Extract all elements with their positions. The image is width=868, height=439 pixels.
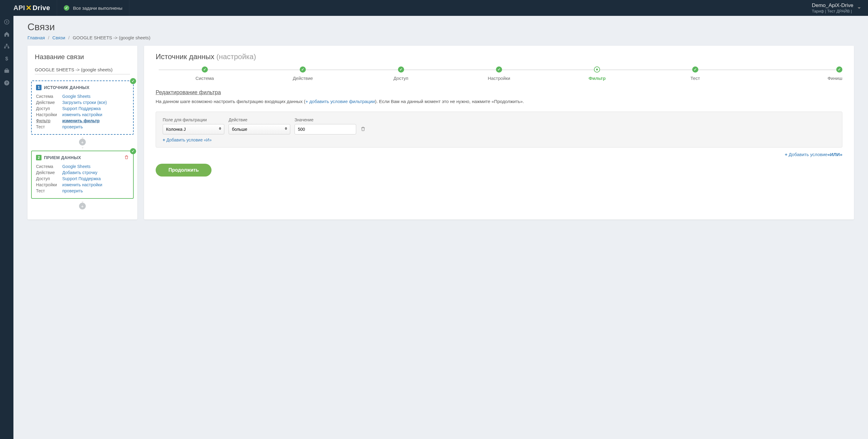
sidebar-item-briefcase[interactable] [0,65,13,77]
add-filter-inline-link[interactable]: + добавить условие фильтрации [306,99,375,104]
filter-field-label: Поле для фильтрации [163,117,224,122]
svg-text:$: $ [5,56,8,62]
tasks-status-text: Все задачи выполнены [73,5,122,11]
main-settings-card: Источник данных (настройка) Система Дейс… [144,46,854,220]
dest-test-link[interactable]: проверить [62,189,83,193]
source-block-title: ИСТОЧНИК ДАННЫХ [44,85,89,90]
chevron-down-icon: ⌄ [81,146,84,148]
source-block: 1 ИСТОЧНИК ДАННЫХ СистемаGoogle Sheets Д… [31,80,134,135]
step-number-1: 1 [36,85,41,90]
destination-block-title: ПРИЕМ ДАННЫХ [44,155,81,160]
filter-description: На данном шаге возможно настроить фильтр… [156,98,842,105]
chevron-down-icon: ⌄ [81,136,84,138]
connector: ⌄ + [28,200,137,210]
delete-destination-button[interactable] [124,155,129,160]
chevron-down-icon [858,7,861,9]
logo[interactable]: API✕Drive [0,4,57,12]
svg-rect-3 [8,47,9,48]
svg-text:?: ? [5,81,8,85]
add-step-button[interactable]: + [79,139,86,145]
sidebar-item-connections[interactable] [0,40,13,53]
sidebar-item-help[interactable]: ? [0,77,13,89]
sidebar-item-home[interactable] [0,28,13,40]
step-circle-current [594,66,600,73]
step-circle-done [398,66,404,73]
user-menu[interactable]: Demo_ApiX-Drive Тариф | Тест ДРАЙВ | [812,2,868,13]
source-system-link[interactable]: Google Sheets [62,94,91,99]
step-circle-done [202,66,208,73]
progress-stepper: Система Действие Доступ Настройки Фильтр… [156,66,842,81]
sidebar-item-expand[interactable] [0,16,13,28]
filter-value-label: Значение [294,117,356,122]
step-circle-done [496,66,502,73]
svg-rect-5 [5,70,9,73]
destination-block: 2 ПРИЕМ ДАННЫХ СистемаGoogle Sheets Дейс… [31,150,134,199]
sidebar: $ ? [0,16,13,225]
check-icon [64,5,69,11]
add-or-condition-button[interactable]: +Добавить условие «ИЛИ» [785,152,842,157]
continue-button[interactable]: Продолжить [156,164,212,176]
check-icon [130,148,136,154]
filter-value-input[interactable] [294,124,356,134]
delete-filter-button[interactable] [361,126,366,134]
dest-action-link[interactable]: Добавить строчку [62,170,97,175]
source-test-link[interactable]: проверить [62,124,83,129]
user-tariff: Тариф | Тест ДРАЙВ | [812,9,854,13]
chevron-down-icon: ⌄ [81,200,84,202]
svg-rect-1 [6,44,8,45]
source-access-link[interactable]: Support Поддержка [62,106,101,111]
filter-field-select[interactable]: Колонка J [163,124,224,134]
svg-point-0 [5,20,9,24]
connection-summary-card: Название связи 1 ИСТОЧНИК ДАННЫХ Система… [28,46,137,220]
add-and-condition-button[interactable]: +Добавить условие «И» [163,137,212,142]
filter-action-select[interactable]: больше [228,124,290,134]
dest-settings-link[interactable]: изменить настройки [62,182,102,187]
step-number-2: 2 [36,155,41,160]
main-title: Источник данных (настройка) [156,53,842,61]
svg-rect-2 [4,47,6,48]
dest-system-link[interactable]: Google Sheets [62,164,91,169]
top-header: API✕Drive Все задачи выполнены Demo_ApiX… [0,0,868,16]
step-circle-done [836,66,842,73]
connection-name-label: Название связи [28,53,137,61]
connection-name-input[interactable] [35,65,130,74]
add-step-button[interactable]: + [79,203,86,209]
source-action-link[interactable]: Загрузить строки (все) [62,100,107,105]
step-circle-done [300,66,306,73]
tasks-status: Все задачи выполнены [57,0,129,16]
filter-heading: Редактирование фильтра [156,89,842,96]
breadcrumb-links[interactable]: Связи [53,35,65,40]
step-circle-done [692,66,698,73]
check-icon [130,78,136,84]
filter-action-label: Действие [228,117,290,122]
user-name: Demo_ApiX-Drive [812,2,854,8]
page-title: Связи [28,21,854,33]
source-filter-link[interactable]: изменить фильтр [62,118,99,123]
dest-access-link[interactable]: Support Поддержка [62,176,101,181]
breadcrumb-current: GOOGLE SHEETS -> (google sheets) [73,35,151,40]
connector: ⌄ + ⌄ [28,136,137,148]
breadcrumb-home[interactable]: Главная [28,35,45,40]
filter-condition-box: Поле для фильтрации Колонка J Действие б… [156,111,842,147]
source-settings-link[interactable]: изменить настройки [62,112,102,117]
sidebar-item-billing[interactable]: $ [0,53,13,65]
breadcrumb: Главная / Связи / GOOGLE SHEETS -> (goog… [28,35,854,40]
